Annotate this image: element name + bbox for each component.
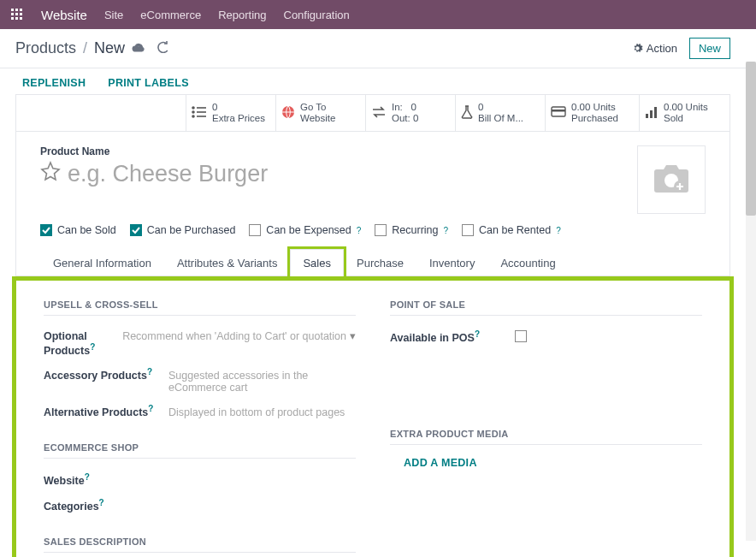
breadcrumb-separator: /: [83, 39, 87, 57]
camera-icon: [652, 163, 691, 198]
help-icon[interactable]: ?: [148, 404, 153, 413]
svg-point-9: [192, 107, 194, 109]
help-icon[interactable]: ?: [556, 226, 561, 235]
pos-section-header: POINT OF SALE: [390, 299, 702, 316]
help-icon[interactable]: ?: [475, 329, 480, 339]
svg-rect-8: [20, 17, 22, 20]
accessory-products-input[interactable]: Suggested accessories in the eCommerce c…: [168, 370, 356, 394]
svg-point-13: [192, 116, 194, 117]
flask-icon: [461, 105, 473, 121]
help-icon[interactable]: ?: [444, 226, 449, 235]
tab-inventory[interactable]: Inventory: [416, 249, 487, 276]
stat-purchased[interactable]: 0.00 UnitsPurchased: [546, 95, 640, 131]
sales-tab-content: UPSELL & CROSS-SELL Optional Products? R…: [12, 276, 734, 557]
new-button[interactable]: New: [689, 38, 730, 59]
product-name-input[interactable]: [68, 161, 620, 187]
breadcrumb: Products / New: [15, 39, 169, 57]
add-media-button[interactable]: ADD A MEDIA: [390, 453, 702, 472]
discard-icon[interactable]: [157, 41, 169, 56]
stat-bom[interactable]: 0Bill Of M...: [456, 95, 546, 131]
can-be-sold-checkbox[interactable]: Can be Sold: [40, 224, 116, 236]
stat-sold[interactable]: 0.00 UnitsSold: [640, 95, 729, 131]
stat-in-out[interactable]: In: 0 Out: 0: [366, 95, 456, 131]
favorite-star-icon[interactable]: [40, 161, 61, 187]
product-image-upload[interactable]: [637, 145, 706, 214]
product-name-label: Product Name: [40, 145, 620, 157]
action-label: Action: [647, 42, 677, 55]
product-options: Can be Sold Can be Purchased Can be Expe…: [16, 221, 729, 248]
action-dropdown[interactable]: Action: [632, 42, 677, 55]
extra-media-header: EXTRA PRODUCT MEDIA: [390, 429, 702, 445]
svg-rect-17: [552, 110, 565, 112]
website-label: Website?: [44, 472, 155, 487]
svg-rect-7: [15, 17, 18, 20]
svg-rect-5: [20, 13, 22, 15]
breadcrumb-products[interactable]: Products: [15, 39, 76, 57]
topbar: Website Site eCommerce Reporting Configu…: [0, 0, 756, 29]
recurring-checkbox[interactable]: Recurring?: [375, 224, 448, 236]
apps-icon[interactable]: [10, 8, 24, 21]
available-in-pos-label: Available in POS?: [390, 329, 501, 344]
svg-rect-2: [20, 9, 22, 11]
form-tabs: General Information Attributes & Variant…: [16, 248, 729, 276]
help-icon[interactable]: ?: [357, 226, 362, 235]
card-icon: [551, 106, 566, 120]
bars-icon: [645, 106, 659, 121]
sales-description-header: SALES DESCRIPTION: [44, 536, 356, 553]
cloud-save-icon[interactable]: [132, 42, 145, 56]
svg-rect-6: [11, 17, 14, 20]
upsell-section-header: UPSELL & CROSS-SELL: [44, 299, 356, 316]
app-name[interactable]: Website: [41, 8, 87, 22]
menu-configuration[interactable]: Configuration: [284, 9, 350, 21]
globe-icon: [281, 105, 295, 121]
tab-purchase[interactable]: Purchase: [344, 249, 416, 276]
menu-ecommerce[interactable]: eCommerce: [140, 9, 201, 21]
tab-sales[interactable]: Sales: [290, 249, 344, 276]
accessory-products-label: Accessory Products?: [44, 367, 155, 382]
svg-point-11: [192, 111, 194, 113]
transfer-icon: [371, 106, 387, 121]
svg-rect-3: [11, 13, 14, 15]
stat-go-to-website[interactable]: Go ToWebsite: [276, 95, 366, 131]
caret-down-icon: ▾: [350, 329, 356, 342]
alternative-products-label: Alternative Products?: [44, 404, 155, 418]
svg-rect-18: [646, 114, 648, 118]
action-buttons-row: REPLENISH PRINT LABELS: [0, 68, 746, 94]
tab-general-information[interactable]: General Information: [40, 249, 164, 276]
menu-site[interactable]: Site: [104, 9, 123, 21]
control-panel: Products / New Action New: [0, 29, 746, 68]
stat-extra-prices[interactable]: 0Extra Prices: [186, 95, 276, 131]
svg-rect-1: [15, 9, 18, 11]
form-sheet: 0Extra Prices Go ToWebsite In: 0 Out: 0: [15, 94, 730, 557]
ecommerce-section-header: ECOMMERCE SHOP: [44, 442, 356, 459]
help-icon[interactable]: ?: [147, 367, 152, 376]
tab-accounting[interactable]: Accounting: [487, 249, 568, 276]
can-be-rented-checkbox[interactable]: Can be Rented?: [462, 224, 561, 236]
help-icon[interactable]: ?: [90, 342, 95, 352]
categories-label: Categories?: [44, 498, 155, 513]
vertical-scrollbar[interactable]: [746, 62, 756, 541]
svg-rect-19: [650, 110, 653, 118]
stat-buttons: 0Extra Prices Go ToWebsite In: 0 Out: 0: [16, 95, 729, 132]
optional-products-input[interactable]: Recommend when 'Adding to Cart' or quota…: [122, 329, 356, 342]
svg-rect-4: [15, 13, 18, 15]
help-icon[interactable]: ?: [85, 472, 90, 482]
svg-rect-20: [654, 107, 657, 118]
help-icon[interactable]: ?: [99, 498, 104, 507]
can-be-purchased-checkbox[interactable]: Can be Purchased: [130, 224, 236, 236]
menu-reporting[interactable]: Reporting: [218, 9, 266, 21]
breadcrumb-current: New: [94, 39, 125, 57]
gear-icon: [632, 43, 643, 54]
available-in-pos-checkbox[interactable]: [515, 330, 527, 342]
svg-rect-0: [11, 9, 14, 11]
replenish-button[interactable]: REPLENISH: [22, 77, 86, 89]
optional-products-label: Optional Products?: [44, 330, 109, 357]
tab-attributes-variants[interactable]: Attributes & Variants: [164, 249, 291, 276]
list-icon: [192, 106, 207, 121]
alternative-products-input[interactable]: Displayed in bottom of product pages: [168, 406, 356, 418]
can-be-expensed-checkbox[interactable]: Can be Expensed?: [249, 224, 361, 236]
print-labels-button[interactable]: PRINT LABELS: [108, 77, 189, 89]
